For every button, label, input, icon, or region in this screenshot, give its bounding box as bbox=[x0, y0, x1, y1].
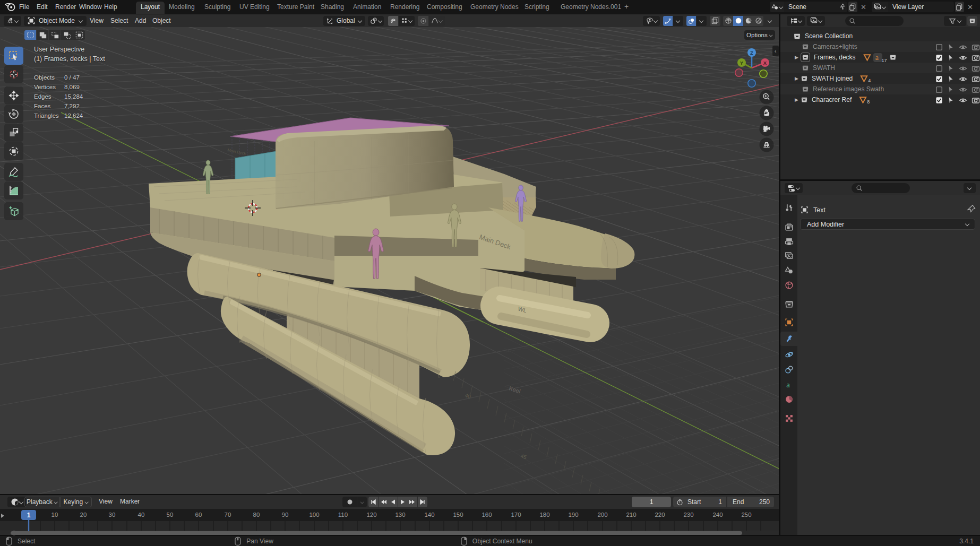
svg-text:Y: Y bbox=[740, 60, 744, 66]
svg-text:240: 240 bbox=[712, 512, 723, 518]
svg-text:40: 40 bbox=[138, 512, 145, 518]
svg-text:90: 90 bbox=[282, 512, 289, 518]
svg-text:70: 70 bbox=[225, 512, 231, 518]
svg-text:100: 100 bbox=[309, 512, 319, 518]
svg-text:20: 20 bbox=[80, 512, 87, 518]
svg-text:a: a bbox=[786, 380, 790, 389]
svg-text:210: 210 bbox=[626, 512, 636, 518]
svg-text:190: 190 bbox=[568, 512, 578, 518]
svg-text:180: 180 bbox=[539, 512, 549, 518]
svg-text:250: 250 bbox=[741, 512, 751, 518]
svg-text:130: 130 bbox=[395, 512, 405, 518]
svg-text:30: 30 bbox=[109, 512, 116, 518]
svg-text:110: 110 bbox=[338, 512, 348, 518]
svg-text:a: a bbox=[875, 54, 879, 62]
svg-text:X: X bbox=[763, 60, 767, 66]
svg-text:1: 1 bbox=[27, 512, 31, 519]
svg-text:50: 50 bbox=[167, 512, 174, 518]
svg-text:60: 60 bbox=[195, 512, 202, 518]
svg-text:80: 80 bbox=[253, 512, 260, 518]
svg-text:Z: Z bbox=[750, 50, 753, 56]
svg-text:150: 150 bbox=[453, 512, 463, 518]
svg-text:170: 170 bbox=[511, 512, 521, 518]
svg-text:200: 200 bbox=[597, 512, 607, 518]
svg-text:120: 120 bbox=[366, 512, 376, 518]
svg-text:‹: ‹ bbox=[775, 48, 776, 54]
svg-text:140: 140 bbox=[424, 512, 434, 518]
svg-text:220: 220 bbox=[655, 512, 665, 518]
svg-text:230: 230 bbox=[683, 512, 693, 518]
svg-text:160: 160 bbox=[482, 512, 492, 518]
svg-text:10: 10 bbox=[51, 512, 58, 518]
